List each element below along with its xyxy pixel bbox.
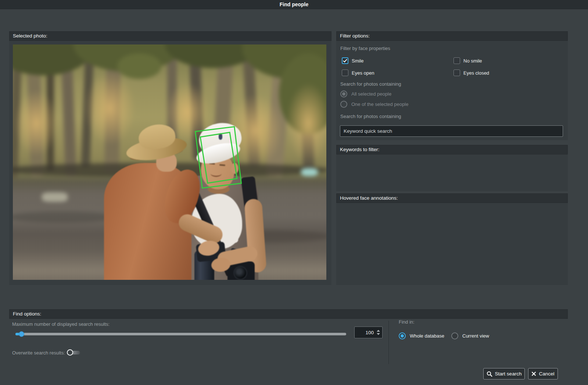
find-options-divider	[388, 321, 389, 364]
filter-options-header: Filter options:	[336, 31, 568, 41]
max-results-spinbox[interactable]: 100	[354, 327, 383, 338]
max-results-label: Maximum number of displayed search resul…	[12, 321, 110, 327]
radio-current-view-button[interactable]	[451, 332, 458, 339]
keyword-search-input[interactable]	[340, 125, 563, 137]
check-icon	[343, 59, 347, 63]
selected-photo-image	[13, 44, 326, 280]
hovered-annotations-header-label: Hovered face annotations:	[340, 195, 398, 201]
dialog-title: Find people	[280, 1, 309, 7]
checkbox-no-smile-box[interactable]	[453, 57, 460, 64]
find-in-label: Find in:	[399, 319, 415, 325]
radio-whole-database[interactable]: Whole database	[399, 332, 444, 339]
radio-all-selected-people: All selected people	[340, 90, 391, 97]
checkbox-no-smile-label: No smile	[463, 58, 482, 64]
checkbox-smile-box[interactable]	[342, 57, 348, 64]
overwrite-results-toggle-knob[interactable]	[67, 349, 73, 356]
hovered-annotations-area	[336, 203, 568, 285]
radio-one-of-selected-people-label: One of the selected people	[351, 101, 408, 107]
find-options-header-label: Find options:	[13, 311, 41, 317]
face-properties-label: Filter by face properties	[340, 46, 390, 51]
cancel-label: Cancel	[539, 371, 554, 377]
cancel-button[interactable]: Cancel	[528, 368, 558, 379]
radio-whole-database-button[interactable]	[399, 332, 406, 339]
checkbox-smile-label: Smile	[352, 58, 364, 64]
close-icon	[531, 371, 536, 376]
keyword-group-label: Search for photos containing	[340, 114, 401, 119]
max-results-value: 100	[365, 330, 374, 335]
start-search-label: Start search	[495, 371, 522, 377]
checkbox-eyes-open-box[interactable]	[342, 69, 348, 76]
selected-photo-header: Selected photo:	[9, 31, 331, 41]
radio-all-selected-people-label: All selected people	[351, 91, 391, 97]
keywords-to-filter-list[interactable]	[336, 154, 568, 191]
keywords-to-filter-header: Keywords to filter:	[336, 145, 568, 154]
checkbox-smile[interactable]: Smile	[342, 57, 364, 64]
checkbox-eyes-open-label: Eyes open	[352, 70, 374, 76]
spinner-arrows-icon[interactable]	[377, 330, 380, 335]
radio-all-selected-people-button	[340, 90, 347, 97]
radio-one-of-selected-people: One of the selected people	[340, 100, 408, 108]
hovered-annotations-header: Hovered face annotations:	[336, 193, 568, 203]
checkbox-eyes-open[interactable]: Eyes open	[342, 69, 374, 76]
checkbox-eyes-closed-box[interactable]	[453, 69, 460, 76]
radio-whole-database-label: Whole database	[410, 333, 444, 339]
checkbox-no-smile[interactable]: No smile	[453, 57, 482, 64]
checkbox-eyes-closed-label: Eyes closed	[463, 70, 489, 76]
find-options-header: Find options:	[9, 309, 568, 319]
people-group-label: Search for photos containing	[340, 81, 401, 87]
start-search-button[interactable]: Start search	[483, 368, 525, 379]
overwrite-results-toggle[interactable]	[67, 349, 81, 356]
dialog-titlebar: Find people	[0, 0, 588, 9]
selected-photo-header-label: Selected photo:	[13, 33, 47, 39]
overwrite-results-label: Overwrite search results:	[12, 350, 65, 356]
radio-one-of-selected-people-button	[340, 101, 347, 108]
radio-current-view-label: Current view	[462, 333, 489, 339]
checkbox-eyes-closed[interactable]: Eyes closed	[453, 69, 489, 76]
photo-subjects	[13, 44, 326, 280]
filter-options-header-label: Filter options:	[340, 33, 370, 39]
radio-current-view[interactable]: Current view	[451, 332, 489, 339]
max-results-slider-thumb[interactable]	[19, 331, 24, 337]
max-results-slider[interactable]	[15, 333, 346, 335]
search-icon	[487, 371, 492, 377]
keywords-to-filter-header-label: Keywords to filter:	[340, 147, 379, 152]
